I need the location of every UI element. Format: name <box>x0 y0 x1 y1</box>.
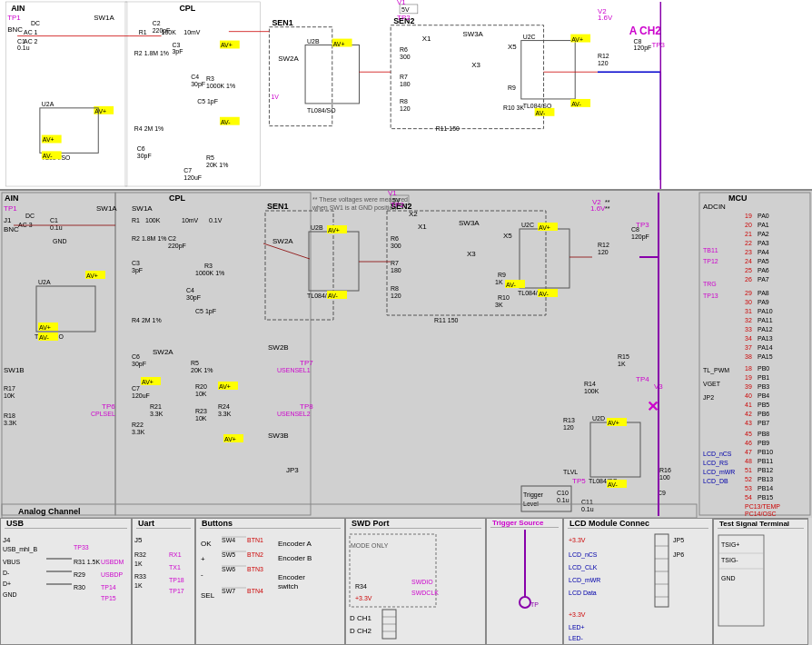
svg-text:TL_PWM: TL_PWM <box>703 367 729 374</box>
svg-text:CPL: CPL <box>179 4 195 13</box>
svg-text:AV+: AV+ <box>219 383 231 390</box>
svg-text:DC: DC <box>31 20 40 26</box>
svg-text:LCD_nCS: LCD_nCS <box>569 551 598 559</box>
svg-text:C3: C3 <box>132 260 140 266</box>
svg-text:R1: R1 <box>139 29 147 35</box>
trigger-source-title: Trigger Source <box>490 519 559 528</box>
svg-text:✕: ✕ <box>647 399 659 414</box>
svg-text:C7: C7 <box>132 385 140 392</box>
svg-text:X5: X5 <box>503 232 512 240</box>
svg-text:PB5: PB5 <box>758 402 769 408</box>
svg-text:53: 53 <box>745 485 752 491</box>
svg-text:AV-: AV- <box>43 153 53 159</box>
svg-text:PA10: PA10 <box>758 308 773 314</box>
svg-text:V1: V1 <box>388 191 397 197</box>
main-schematic-area: AIN CPL ** These voltages were measured … <box>0 191 812 645</box>
svg-text:R6: R6 <box>400 46 408 53</box>
svg-text:30pF: 30pF <box>132 361 146 368</box>
svg-text:VBUS: VBUS <box>3 559 20 565</box>
svg-text:AV-: AV- <box>539 291 549 297</box>
svg-text:39: 39 <box>745 383 752 390</box>
svg-text:23: 23 <box>745 249 752 255</box>
svg-text:TP13: TP13 <box>703 293 718 299</box>
svg-text:33: 33 <box>745 326 752 332</box>
svg-text:AV+: AV+ <box>333 41 345 47</box>
svg-text:U2C: U2C <box>523 34 536 40</box>
svg-text:R9: R9 <box>508 84 516 91</box>
svg-text:PA13: PA13 <box>758 335 773 342</box>
svg-rect-0 <box>4 0 807 189</box>
svg-text:R23: R23 <box>195 408 207 414</box>
svg-text:PC13/TEMP: PC13/TEMP <box>745 503 780 510</box>
svg-text:10mV: 10mV <box>182 217 199 223</box>
svg-text:TP2: TP2 <box>391 201 404 209</box>
svg-text:TP14: TP14 <box>101 584 116 590</box>
svg-text:220pF: 220pF <box>168 243 186 250</box>
svg-text:LCD_CLK: LCD_CLK <box>569 564 598 571</box>
svg-text:R11 150: R11 150 <box>436 125 460 132</box>
svg-text:120pF: 120pF <box>631 233 649 241</box>
svg-text:120: 120 <box>400 105 411 112</box>
svg-text:26: 26 <box>745 276 752 283</box>
svg-text:120: 120 <box>563 424 574 431</box>
svg-text:1K: 1K <box>618 361 626 367</box>
svg-text:X1: X1 <box>418 223 427 231</box>
svg-text:120: 120 <box>598 249 609 255</box>
svg-text:48: 48 <box>745 458 752 464</box>
svg-text:LCD_mWR: LCD_mWR <box>703 469 735 476</box>
svg-text:40: 40 <box>745 392 752 399</box>
svg-text:SEN1: SEN1 <box>272 18 292 27</box>
svg-text:Encoder: Encoder <box>278 573 305 581</box>
svg-text:30pF: 30pF <box>191 81 205 88</box>
svg-text:C4: C4 <box>186 287 194 293</box>
bottom-panels: USB J4 USB_mhl_B VBUS D- D+ GND TP33 R31… <box>0 518 812 645</box>
svg-text:PA2: PA2 <box>758 231 769 237</box>
svg-text:RX1: RX1 <box>169 551 182 558</box>
svg-text:C2: C2 <box>168 235 176 242</box>
svg-text:GND: GND <box>53 238 67 244</box>
svg-text:R34: R34 <box>355 583 367 590</box>
svg-text:C4: C4 <box>191 74 199 80</box>
svg-text:PA5: PA5 <box>758 258 769 264</box>
svg-text:U2A: U2A <box>38 279 51 285</box>
svg-text:21: 21 <box>745 231 752 237</box>
svg-text:PA0: PA0 <box>758 213 769 219</box>
svg-text:120: 120 <box>391 293 401 299</box>
svg-text:R15: R15 <box>618 353 629 360</box>
svg-text:TP17: TP17 <box>169 588 184 594</box>
svg-text:120uF: 120uF <box>183 174 202 181</box>
usb-panel-title: USB <box>5 519 127 529</box>
svg-text:R11 150: R11 150 <box>434 317 459 323</box>
svg-text:LED+: LED+ <box>569 624 585 630</box>
svg-text:30pF: 30pF <box>137 153 152 160</box>
svg-text:PC14/OSC: PC14/OSC <box>745 511 777 517</box>
svg-text:AV+: AV+ <box>539 224 550 231</box>
svg-text:R12: R12 <box>598 53 609 59</box>
svg-text:BTN2: BTN2 <box>247 551 263 558</box>
svg-text:SW7: SW7 <box>222 588 235 594</box>
svg-text:ADCIN: ADCIN <box>703 203 726 211</box>
svg-text:TSIG+: TSIG+ <box>721 541 739 548</box>
svg-text:U2B: U2B <box>311 224 323 231</box>
svg-text:SW3A: SW3A <box>459 219 480 227</box>
svg-text:PB6: PB6 <box>758 411 769 417</box>
svg-text:J5: J5 <box>134 536 143 544</box>
svg-text:AV+: AV+ <box>224 436 236 442</box>
svg-text:TP7: TP7 <box>300 359 313 367</box>
svg-text:R30: R30 <box>74 584 85 590</box>
svg-text:SEL: SEL <box>201 591 215 600</box>
svg-text:0.1V: 0.1V <box>209 217 223 223</box>
svg-text:R2 1.8M 1%: R2 1.8M 1% <box>132 235 167 242</box>
svg-text:45: 45 <box>745 431 752 437</box>
svg-text:X3: X3 <box>471 61 480 69</box>
svg-text:19: 19 <box>745 213 752 219</box>
svg-rect-414 <box>655 534 668 607</box>
svg-text:R6: R6 <box>391 235 399 242</box>
svg-text:38: 38 <box>745 353 752 360</box>
svg-text:PB4: PB4 <box>758 392 769 399</box>
svg-text:220pF: 220pF <box>153 27 171 35</box>
svg-text:TP3: TP3 <box>651 41 665 49</box>
svg-text:OK: OK <box>201 540 212 548</box>
svg-text:TRG: TRG <box>703 281 717 287</box>
svg-text:LCD_nCS: LCD_nCS <box>703 451 732 458</box>
